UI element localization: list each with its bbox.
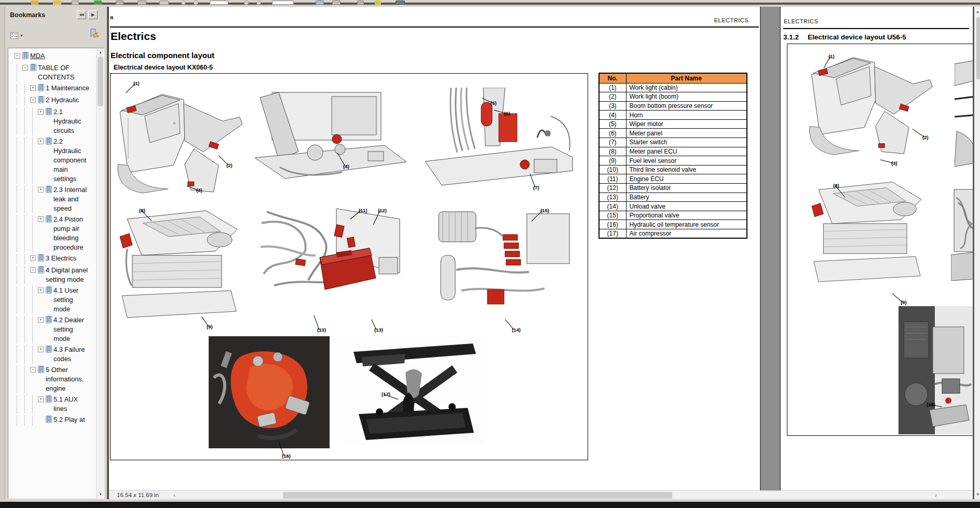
- panel-collapse-button[interactable]: ◀◀: [77, 10, 86, 19]
- hydraulic-pump-photo: [209, 336, 330, 448]
- part-number-cell: (11): [599, 174, 626, 184]
- collapse-expander-icon[interactable]: −: [30, 367, 36, 373]
- toolbar-icon-stub[interactable]: [332, 1, 341, 5]
- callout-label: (4): [343, 163, 349, 169]
- bookmark-item-2-3-internal-leak-and-speed[interactable]: +2.3 Internal leak and speed: [15, 185, 97, 213]
- collapse-expander-icon[interactable]: −: [22, 65, 28, 71]
- collapse-expander-icon[interactable]: −: [30, 97, 36, 103]
- toolbar-icon-stub[interactable]: [53, 1, 61, 5]
- tree-guide-line: [17, 286, 22, 314]
- document-page-right: ELECTRICS 3.1.2 Electrical device layout…: [781, 7, 973, 490]
- chevron-down-icon: ▼: [20, 34, 23, 37]
- tree-guide-line: [32, 137, 38, 184]
- bookmark-item-5-1-aux-lines[interactable]: +5.1 AUX lines: [15, 395, 97, 414]
- toolbar-icon-stub[interactable]: [138, 1, 146, 5]
- bookmark-item-mda[interactable]: −MDA: [15, 51, 97, 62]
- toolbar: [0, 0, 980, 5]
- toolbar-icon-stub[interactable]: [116, 1, 124, 5]
- bookmark-item-4-digital-panel-setting-mode[interactable]: −4 Digital panel setting mode: [15, 266, 97, 284]
- bookmarks-panel: Bookmarks ◀◀ ▶ ▼ −MDA−TABLE OF CONTENTS+…: [0, 7, 107, 502]
- callout-label: (7): [533, 185, 539, 190]
- part-name-cell: Proportional valve: [626, 211, 747, 220]
- toolbar-icon-stub[interactable]: [357, 1, 364, 5]
- expand-expander-icon[interactable]: +: [30, 255, 36, 261]
- scroll-down-icon[interactable]: ▾: [974, 490, 980, 498]
- bookmark-item-2-2-hydraulic-component-main-settings[interactable]: +2.2 Hydraulic component main settings: [15, 137, 97, 184]
- tree-guide-line: [24, 286, 30, 314]
- toolbar-icon-stub[interactable]: [181, 1, 186, 5]
- scroll-down-icon[interactable]: ▾: [97, 490, 104, 498]
- document-page-main: a ELECTRICS Electrics Electrical compone…: [109, 7, 760, 490]
- callout-label: (9): [207, 324, 213, 329]
- table-row: (6)Meter panel: [599, 129, 747, 138]
- vertical-scrollbar-thumb[interactable]: [976, 17, 980, 79]
- callout-9: (9): [207, 321, 213, 331]
- scroll-right-icon[interactable]: ›: [932, 491, 940, 499]
- toolbar-icon-stub[interactable]: [396, 1, 405, 5]
- scroll-left-icon[interactable]: ‹: [170, 491, 179, 499]
- toolbar-icon-stub[interactable]: [256, 1, 261, 5]
- bookmark-item-5-2-play-at[interactable]: 5.2 Play at: [15, 415, 97, 425]
- toolbar-icon-stub[interactable]: [375, 1, 381, 5]
- tree-guide-line: [32, 107, 38, 135]
- toolbar-icon-stub[interactable]: [194, 1, 198, 5]
- bookmark-item-3-electrics[interactable]: +3 Electrics: [15, 254, 97, 264]
- tree-guide-line: [32, 415, 38, 425]
- expand-expander-icon[interactable]: +: [30, 85, 36, 91]
- part-name-cell: Hydraulic oil temperature sensor: [626, 220, 747, 229]
- callout-label: (2): [922, 134, 929, 140]
- bookmark-label: 2.2 Hydraulic component main settings: [53, 137, 90, 184]
- expand-expander-icon[interactable]: +: [38, 187, 44, 193]
- toolbar-icon-stub[interactable]: [272, 1, 294, 5]
- callout-label: (8): [833, 183, 839, 188]
- expand-expander-icon[interactable]: +: [38, 139, 44, 144]
- callout-12: (12): [378, 205, 387, 214]
- toolbar-icon-stub[interactable]: [72, 1, 79, 5]
- section-heading: Electrical component layout: [111, 51, 214, 60]
- callout-7: (7): [533, 182, 539, 191]
- bookmark-item-4-2-dealer-setting-mode[interactable]: +4.2 Dealer setting mode: [15, 315, 97, 344]
- collapse-expander-icon[interactable]: −: [30, 267, 36, 273]
- expand-expander-icon[interactable]: +: [38, 109, 44, 115]
- bookmark-item-5-other-informations-engine[interactable]: −5 Other informations, engine: [15, 365, 97, 393]
- expand-expander-icon[interactable]: +: [38, 347, 44, 352]
- bookmark-label: 2.3 Internal leak and speed: [53, 185, 90, 213]
- collapse-expander-icon[interactable]: −: [15, 53, 20, 59]
- bookmark-item-4-3-failure-codes[interactable]: +4.3 Failure codes: [15, 345, 97, 364]
- callout-11: (11): [359, 205, 367, 214]
- bookmarks-scrollbar-thumb[interactable]: [98, 57, 103, 106]
- bookmark-item-table-of-contents[interactable]: −TABLE OF CONTENTS: [15, 63, 97, 82]
- bookmark-item-1-maintenance[interactable]: +1 Maintenance: [15, 84, 97, 94]
- new-bookmark-button[interactable]: [88, 29, 100, 39]
- scroll-up-icon[interactable]: ▴: [974, 8, 980, 16]
- bookmarks-scrollbar[interactable]: ▴ ▾: [96, 48, 104, 498]
- scroll-up-icon[interactable]: ▴: [97, 48, 104, 56]
- bookmark-item-2-hydraulic[interactable]: −2 Hydraulic: [15, 95, 97, 106]
- toolbar-icon-stub[interactable]: [210, 1, 228, 5]
- callout-label: (15): [540, 208, 549, 213]
- tree-guide-line: [32, 185, 38, 213]
- tree-guide-line: [32, 395, 38, 414]
- bookmark-item-2-1-hydraulic-circuits[interactable]: +2.1 Hydraulic circuits: [15, 107, 97, 135]
- bookmark-icon: [45, 108, 52, 116]
- horizontal-scrollbar-thumb[interactable]: [283, 492, 672, 499]
- page-title: Electrics: [111, 30, 156, 43]
- figure-frame: (1)(2)(3)(4)(5)(6)(7)(8)(9)(10)(11)(12)(…: [110, 73, 588, 460]
- bookmark-item-2-4-piston-pump-air-bleeding-procedure[interactable]: +2.4 Piston pump air bleeding procedure: [15, 215, 97, 252]
- expand-expander-icon[interactable]: +: [38, 317, 44, 323]
- expand-expander-icon[interactable]: +: [38, 287, 44, 293]
- expand-expander-icon[interactable]: +: [38, 216, 44, 222]
- bookmarks-options-button[interactable]: ▼: [9, 31, 25, 40]
- tree-guide-line: [24, 415, 30, 425]
- toolbar-icon-stub[interactable]: [316, 1, 324, 5]
- horizontal-scrollbar[interactable]: 16.54 x 11.69 in ‹ ›: [109, 490, 973, 499]
- expand-expander-icon[interactable]: +: [38, 396, 44, 402]
- toolbar-icon-stub[interactable]: [159, 1, 169, 5]
- callout-15: (15): [927, 399, 935, 408]
- vertical-scrollbar[interactable]: ▴ ▾: [973, 7, 980, 499]
- panel-expand-button[interactable]: ▶: [88, 10, 98, 19]
- toolbar-icon-stub[interactable]: [94, 1, 102, 5]
- toolbar-icon-stub[interactable]: [31, 1, 38, 5]
- toolbar-icon-stub[interactable]: [244, 1, 249, 5]
- bookmark-item-4-1-user-setting-mode[interactable]: +4.1 User setting mode: [15, 286, 97, 314]
